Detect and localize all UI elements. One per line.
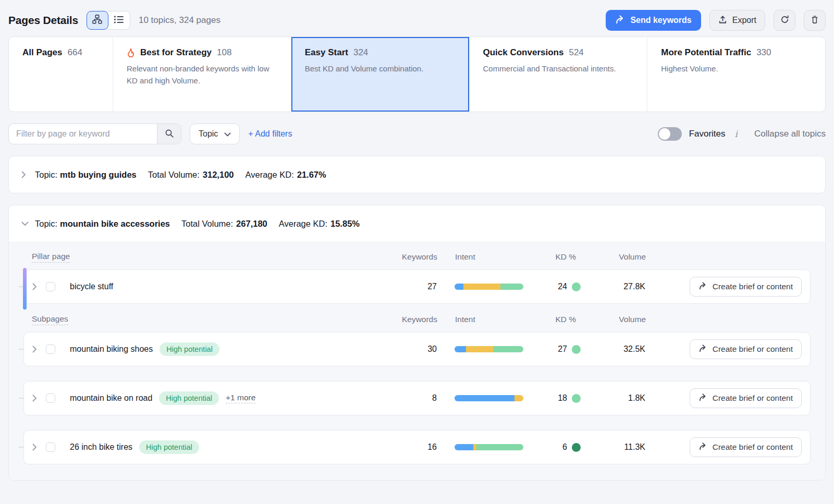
chevron-down-icon[interactable] bbox=[21, 222, 35, 226]
row-checkbox[interactable] bbox=[46, 345, 55, 354]
tab-cards: All Pages 664 Best for Strategy 108 Rele… bbox=[8, 36, 826, 112]
topic-name: mtb buying guides bbox=[60, 170, 137, 180]
tab-easy-start[interactable]: Easy Start 324 Best KD and Volume combin… bbox=[291, 37, 470, 112]
topic-card-mtb-buying-guides: Topic: mtb buying guides Total Volume: 3… bbox=[8, 156, 826, 193]
create-brief-arrow-icon bbox=[698, 442, 707, 453]
chevron-right-icon[interactable] bbox=[32, 346, 46, 353]
volume-value: 11.3K bbox=[588, 442, 656, 452]
tab-title: Quick Conversions bbox=[483, 47, 564, 58]
create-brief-button[interactable]: Create brief or content bbox=[690, 388, 802, 408]
total-volume-value: 312,100 bbox=[203, 170, 234, 180]
kd-dot bbox=[572, 394, 581, 403]
more-badges-link[interactable]: +1 more bbox=[226, 393, 255, 403]
intent-bar bbox=[455, 346, 523, 352]
average-kd-value: 21.67% bbox=[297, 170, 326, 180]
chevron-right-icon[interactable] bbox=[32, 444, 46, 451]
pillar-page-label: Pillar page bbox=[32, 252, 70, 263]
tab-title: More Potential Traffic bbox=[661, 47, 751, 58]
create-brief-button[interactable]: Create brief or content bbox=[690, 437, 802, 457]
kd-column-header: KD % bbox=[526, 315, 588, 324]
tab-all-pages[interactable]: All Pages 664 bbox=[9, 37, 113, 112]
tab-description: Highest Volume. bbox=[661, 63, 812, 75]
view-toggle bbox=[87, 11, 130, 30]
list-view-button[interactable] bbox=[108, 11, 130, 30]
info-icon[interactable]: i bbox=[734, 129, 739, 139]
top-bar: Pages Details 10 topics, 324 pa bbox=[8, 4, 826, 36]
trash-icon bbox=[811, 15, 819, 26]
page-title: Pages Details bbox=[8, 14, 78, 27]
pillar-header-row: Pillar page Keywords Intent KD % Volume bbox=[23, 244, 811, 269]
search-input[interactable] bbox=[9, 124, 157, 144]
send-keywords-label: Send keywords bbox=[630, 16, 691, 25]
flame-icon bbox=[127, 48, 135, 57]
create-brief-button[interactable]: Create brief or content bbox=[690, 277, 802, 297]
intent-segment-green bbox=[493, 346, 523, 352]
volume-value: 1.8K bbox=[588, 394, 656, 403]
refresh-icon bbox=[780, 15, 789, 26]
total-volume-value: 267,180 bbox=[236, 219, 267, 229]
tree-view-button[interactable] bbox=[87, 11, 108, 30]
volume-value: 32.5K bbox=[588, 345, 656, 354]
keywords-count: 16 bbox=[395, 442, 437, 452]
tab-title: All Pages bbox=[22, 47, 63, 58]
favorites-label: Favorites bbox=[689, 129, 726, 139]
intent-segment-yellow bbox=[473, 444, 477, 450]
tab-best-for-strategy[interactable]: Best for Strategy 108 Relevant non-brand… bbox=[113, 37, 291, 112]
pillar-row-mount: bicycle stuff 27 24 27.8K Create brief o… bbox=[23, 269, 811, 304]
kd-column-header: KD % bbox=[526, 252, 588, 262]
export-icon bbox=[718, 15, 727, 26]
chevron-down-icon bbox=[224, 129, 231, 139]
subpage-rows: mountain biking shoes High potential 30 … bbox=[23, 332, 811, 464]
collapse-all-topics-link[interactable]: Collapse all topics bbox=[754, 129, 826, 139]
tab-title: Easy Start bbox=[305, 47, 348, 58]
create-brief-arrow-icon bbox=[698, 344, 707, 355]
create-brief-arrow-icon bbox=[698, 281, 707, 292]
tab-description: Best KD and Volume combination. bbox=[305, 63, 456, 75]
search-box bbox=[8, 124, 181, 144]
row-checkbox[interactable] bbox=[46, 282, 55, 291]
intent-segment-blue bbox=[455, 346, 466, 352]
average-kd-label: Average KD: bbox=[246, 170, 294, 180]
kd-dot bbox=[572, 282, 581, 291]
subpages-label: Subpages bbox=[32, 314, 68, 325]
keywords-count: 27 bbox=[395, 282, 437, 291]
intent-segment-yellow bbox=[466, 346, 493, 352]
chevron-right-icon[interactable] bbox=[32, 395, 46, 402]
create-brief-button[interactable]: Create brief or content bbox=[690, 339, 802, 359]
table-row: bicycle stuff 27 24 27.8K Create brief o… bbox=[23, 269, 811, 304]
tab-count: 324 bbox=[353, 47, 368, 58]
delete-button[interactable] bbox=[804, 10, 826, 31]
keywords-count: 30 bbox=[395, 345, 437, 354]
intent-segment-green bbox=[476, 444, 523, 450]
row-checkbox[interactable] bbox=[46, 442, 55, 452]
tab-quick-conversions[interactable]: Quick Conversions 524 Commercial and Tra… bbox=[470, 37, 648, 112]
kd-dot bbox=[572, 345, 581, 354]
add-filters-link[interactable]: + Add filters bbox=[248, 129, 292, 139]
intent-column-header: Intent bbox=[437, 252, 526, 262]
tab-more-potential-traffic[interactable]: More Potential Traffic 330 Highest Volum… bbox=[647, 37, 825, 112]
intent-bar bbox=[455, 395, 523, 401]
page-name: bicycle stuff bbox=[70, 282, 113, 291]
topic-header[interactable]: Topic: mountain bike accessories Total V… bbox=[9, 205, 825, 242]
row-checkbox[interactable] bbox=[46, 394, 55, 403]
topic-header[interactable]: Topic: mtb buying guides Total Volume: 3… bbox=[9, 156, 825, 193]
search-icon bbox=[165, 129, 174, 140]
intent-segment-yellow bbox=[463, 284, 500, 290]
total-volume-label: Total Volume: bbox=[148, 170, 200, 180]
average-kd-value: 15.85% bbox=[330, 219, 360, 229]
favorites-toggle[interactable] bbox=[658, 127, 682, 141]
tab-count: 664 bbox=[68, 47, 82, 58]
send-keywords-button[interactable]: Send keywords bbox=[606, 10, 701, 31]
export-button[interactable]: Export bbox=[709, 10, 765, 31]
chevron-right-icon[interactable] bbox=[21, 171, 35, 178]
keywords-count: 8 bbox=[395, 394, 437, 403]
create-brief-arrow-icon bbox=[698, 393, 707, 404]
intent-segment-blue bbox=[455, 284, 463, 290]
kd-value: 18 bbox=[558, 394, 567, 403]
average-kd-label: Average KD: bbox=[279, 219, 327, 229]
refresh-button[interactable] bbox=[774, 10, 795, 31]
chevron-right-icon[interactable] bbox=[32, 283, 46, 290]
topic-filter-dropdown[interactable]: Topic bbox=[190, 124, 240, 144]
topics-pages-summary: 10 topics, 324 pages bbox=[139, 15, 220, 26]
search-button[interactable] bbox=[157, 124, 181, 144]
